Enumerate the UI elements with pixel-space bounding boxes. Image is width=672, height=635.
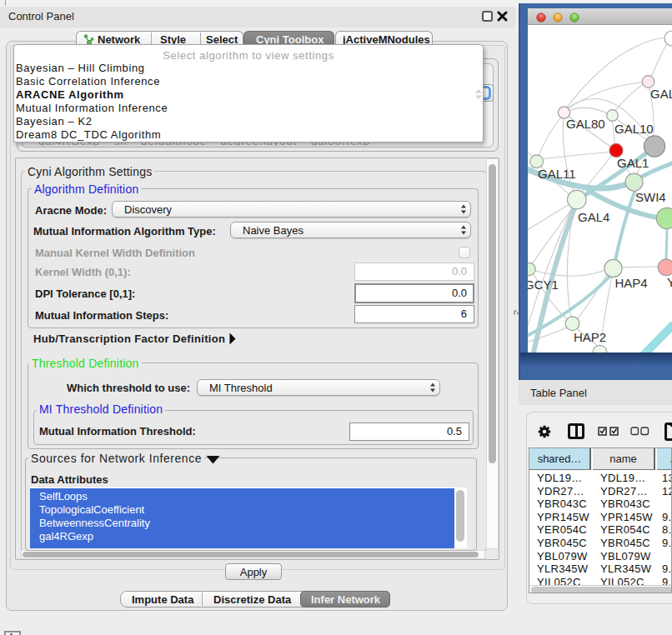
svg-text:GAL10: GAL10 <box>614 122 654 136</box>
svg-text:YM: YM <box>667 275 672 289</box>
svg-text:HAP2: HAP2 <box>574 330 606 344</box>
svg-text:GAL7: GAL7 <box>650 87 672 101</box>
svg-text:SWI4: SWI4 <box>635 190 666 204</box>
svg-text:GAL4: GAL4 <box>578 210 609 224</box>
svg-text:HAP4: HAP4 <box>615 276 648 290</box>
svg-text:GCY1: GCY1 <box>528 278 559 292</box>
svg-text:GAL80: GAL80 <box>566 117 605 131</box>
svg-text:GAL11: GAL11 <box>538 167 576 181</box>
svg-text:GAL1: GAL1 <box>617 156 649 170</box>
